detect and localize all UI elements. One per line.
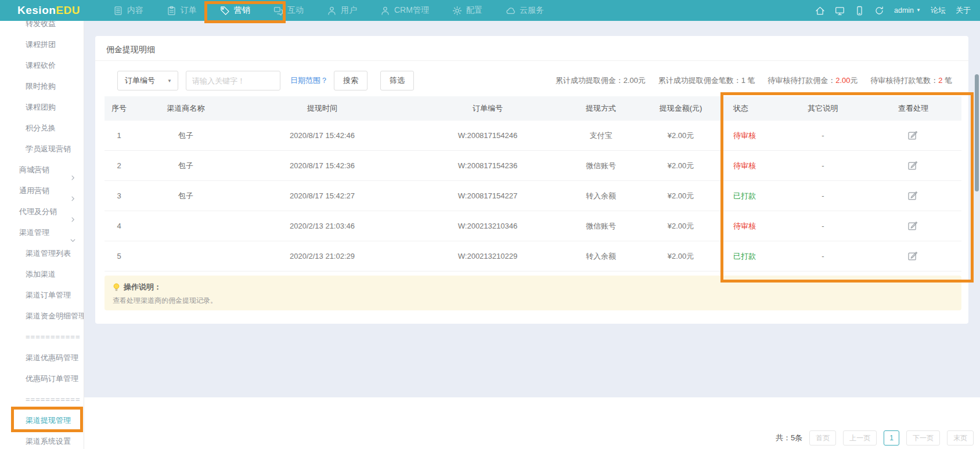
sidebar-item-course-groupon[interactable]: 课程团购 [0,97,84,118]
chevron-right-icon [70,209,75,215]
admin-dropdown[interactable]: admin▼ [894,6,921,15]
cell-amount: ¥2.00元 [633,181,729,211]
refresh-icon[interactable] [874,6,884,16]
note-title: 操作说明： [124,282,161,292]
cell-index: 1 [105,121,134,150]
forum-link[interactable]: 论坛 [931,5,946,16]
mobile-icon[interactable] [855,6,864,16]
edit-icon[interactable] [907,160,919,172]
cell-action [865,151,961,180]
col-header-note: 其它说明 [781,96,865,121]
home-icon[interactable] [815,6,825,16]
stat-label: 待审核待打款佣金： [768,76,835,85]
sidebar-item-coupon-orders[interactable]: 优惠码订单管理 [0,368,84,389]
cell-note: - [781,121,865,150]
monitor-icon[interactable] [835,6,845,16]
sidebar-item-channel-funds[interactable]: 渠道资金明细管理 [0,306,84,327]
sidebar-item-forward-revenue[interactable]: 转发收益 [0,21,84,34]
nav-item-marketing[interactable]: 营销 [220,5,250,16]
sidebar-item-channel-list[interactable]: 渠道管理列表 [0,243,84,264]
topbar-right: admin▼ 论坛 关于 [815,0,971,21]
nav-item-interaction[interactable]: 互动 [273,5,304,16]
cell-merchant [134,211,238,241]
search-type-select[interactable]: 订单编号 ▼ [117,71,178,90]
cell-note: - [781,241,865,271]
scrollbar-thumb[interactable] [975,74,979,191]
sidebar-group-channel-management[interactable]: 渠道管理 [0,222,84,243]
sidebar-group-mall-marketing[interactable]: 商城营销 [0,160,84,180]
sidebar-item-flash-sale[interactable]: 限时抢购 [0,76,84,97]
sidebar-group-general-marketing[interactable]: 通用营销 [0,180,84,201]
user-icon [327,6,337,16]
col-header-time: 提现时间 [238,96,406,121]
pagination-page-1-button[interactable]: 1 [884,430,899,446]
sidebar-item-channel-orders[interactable]: 渠道订单管理 [0,285,84,306]
nav-label: 内容 [127,5,143,16]
topbar: KesionEDU 内容 订单 营销 互动 用户 [0,0,980,21]
note-title-row: 操作说明： [113,282,953,292]
edit-icon[interactable] [907,130,919,142]
cell-status: 已打款 [729,241,781,271]
pagination-first-button[interactable]: 首页 [809,430,836,446]
cell-method: 支付宝 [569,121,633,150]
cell-index: 5 [105,241,134,271]
sidebar-item-points-exchange[interactable]: 积分兑换 [0,118,84,139]
chevron-right-icon [70,189,75,194]
stat-value: 1 [741,76,745,85]
stat-value: 2.00 [624,76,638,85]
sidebar-item-course-bargain[interactable]: 课程砍价 [0,55,84,76]
search-button[interactable]: 搜索 [334,71,368,90]
admin-label: admin [894,6,914,15]
nav-item-content[interactable]: 内容 [113,5,143,16]
nav-item-crm[interactable]: CRM管理 [380,5,429,16]
cell-method: 微信账号 [569,211,633,241]
about-link[interactable]: 关于 [956,5,971,16]
edit-icon[interactable] [907,220,919,232]
withdrawal-table: 序号 渠道商名称 提现时间 订单编号 提现方式 提现金额(元) 状态 其它说明 … [105,96,961,271]
cell-method: 转入余额 [569,181,633,211]
date-range-link[interactable]: 日期范围？ [290,71,328,90]
pagination-prev-button[interactable]: 上一页 [843,430,877,446]
keyword-input[interactable] [186,71,280,90]
cell-time: 2020/2/13 21:02:29 [238,241,406,271]
user-icon [380,6,390,16]
cell-merchant: 包子 [134,181,238,211]
nav-item-config[interactable]: 配置 [452,5,482,16]
pagination-total: 共：5条 [776,433,802,443]
cell-status: 待审核 [729,121,781,150]
sidebar-group-agency-distribution[interactable]: 代理及分销 [0,201,84,222]
cell-method: 微信账号 [569,151,633,180]
sidebar-item-student-cashback[interactable]: 学员返现营销 [0,139,84,160]
sidebar-item-channel-settings[interactable]: 渠道系统设置 [0,431,84,449]
edit-icon[interactable] [907,251,919,262]
cell-merchant [134,241,238,271]
top-nav: 内容 订单 营销 互动 用户 CRM管理 [113,0,544,21]
app-logo: KesionEDU [17,0,80,21]
nav-item-users[interactable]: 用户 [327,5,357,16]
sidebar-item-course-group[interactable]: 课程拼团 [0,34,84,55]
sidebar-item-channel-withdrawal[interactable]: 渠道提现管理 [0,410,84,431]
stat-label: 累计成功提取佣金： [556,76,624,85]
tag-icon [220,6,230,16]
sidebar-item-add-channel[interactable]: 添加渠道 [0,264,84,285]
nav-item-orders[interactable]: 订单 [167,5,197,16]
stat-value-highlight: 2.00 [835,76,850,85]
page-title: 佣金提现明细 [95,36,968,61]
cell-amount: ¥2.00元 [633,241,729,271]
filter-button[interactable]: 筛选 [380,71,414,90]
col-header-method: 提现方式 [569,96,633,121]
sidebar-item-channel-coupon[interactable]: 渠道优惠码管理 [0,347,84,368]
table-row: 5 2020/2/13 21:02:29 W:200213210229 转入余额… [105,241,961,271]
logo-kesion: Kesion [17,4,56,16]
nav-item-cloud[interactable]: 云服务 [506,5,544,16]
cell-order: W:200817154246 [406,121,569,150]
table-header-row: 序号 渠道商名称 提现时间 订单编号 提现方式 提现金额(元) 状态 其它说明 … [105,96,961,121]
edit-icon[interactable] [907,190,919,202]
sidebar-divider: =========== [0,389,84,410]
operation-note: 操作说明： 查看处理渠道商的佣金提现记录。 [105,276,961,310]
pagination-next-button[interactable]: 下一页 [906,430,940,446]
cell-merchant: 包子 [134,121,238,150]
cell-action [865,121,961,150]
pagination-last-button[interactable]: 末页 [947,430,974,446]
cell-time: 2020/8/17 15:42:46 [238,121,406,150]
